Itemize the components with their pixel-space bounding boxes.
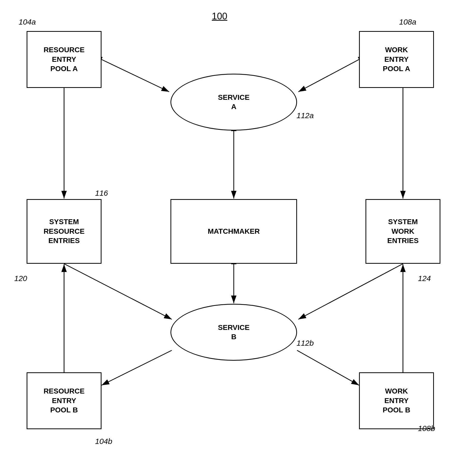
resource-entry-pool-a-label: RESOURCEENTRYPOOL A [44, 45, 85, 73]
service-a-ellipse: SERVICEA [170, 74, 297, 131]
label-116: 116 [95, 189, 108, 198]
service-b-ellipse: SERVICEB [170, 304, 297, 361]
svg-line-10 [102, 350, 172, 385]
resource-entry-pool-b-label: RESOURCEENTRYPOOL B [44, 387, 85, 415]
system-resource-entries-box: SYSTEMRESOURCEENTRIES [27, 199, 102, 264]
diagram-container: 100 RESOURCEENTRYPOOL A WORKENTRYPOOL A … [0, 0, 467, 476]
label-104a: 104a [19, 18, 36, 26]
service-a-label: SERVICEA [218, 93, 250, 112]
work-entry-pool-b-box: WORKENTRYPOOL B [359, 372, 434, 429]
service-b-label: SERVICEB [218, 323, 250, 342]
svg-line-11 [297, 350, 359, 385]
system-work-entries-label: SYSTEMWORKENTRIES [387, 217, 418, 245]
label-108b: 108b [418, 424, 435, 433]
system-resource-entries-label: SYSTEMRESOURCEENTRIES [44, 217, 85, 245]
label-104b: 104b [95, 437, 112, 446]
label-120: 120 [14, 274, 27, 283]
work-entry-pool-a-box: WORKENTRYPOOL A [359, 31, 434, 88]
svg-line-3 [298, 59, 359, 92]
work-entry-pool-a-label: WORKENTRYPOOL A [383, 45, 410, 73]
svg-line-8 [298, 264, 403, 319]
label-124: 124 [418, 274, 431, 283]
label-112a: 112a [297, 111, 314, 120]
svg-line-7 [64, 264, 172, 319]
svg-line-2 [102, 59, 169, 92]
matchmaker-box: MATCHMAKER [170, 199, 297, 264]
resource-entry-pool-a-box: RESOURCEENTRYPOOL A [27, 31, 102, 88]
resource-entry-pool-b-box: RESOURCEENTRYPOOL B [27, 372, 102, 429]
system-work-entries-box: SYSTEMWORKENTRIES [365, 199, 440, 264]
work-entry-pool-b-label: WORKENTRYPOOL B [383, 387, 410, 415]
matchmaker-label: MATCHMAKER [208, 227, 260, 236]
diagram-title: 100 [212, 11, 227, 22]
label-108a: 108a [399, 18, 416, 26]
label-112b: 112b [297, 339, 314, 347]
